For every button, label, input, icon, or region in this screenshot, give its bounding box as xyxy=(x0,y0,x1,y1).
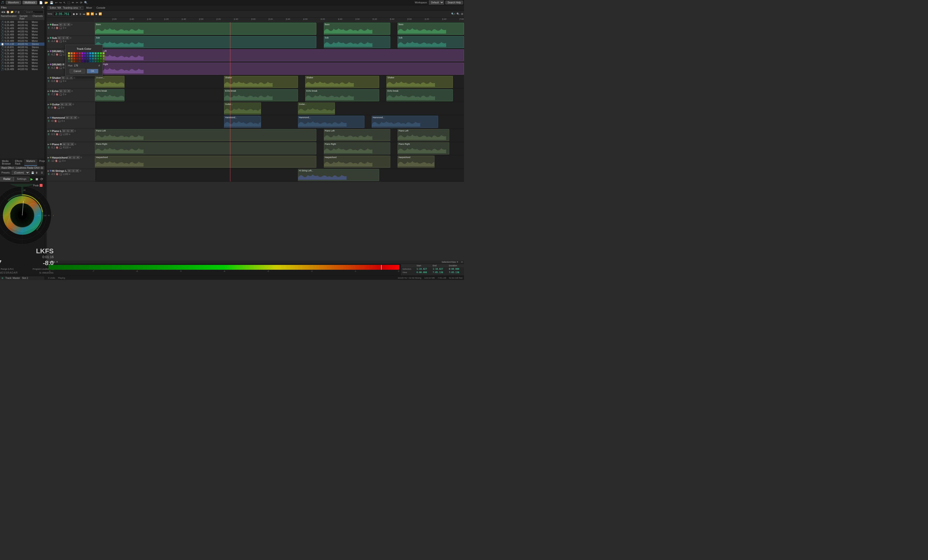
track-expand-arrow[interactable]: ▶ xyxy=(47,50,49,52)
audio-clip[interactable]: Shaker xyxy=(305,76,379,88)
track-expand-arrow[interactable]: ▶ xyxy=(47,103,49,105)
color-swatch[interactable] xyxy=(79,52,81,54)
rack-effect-power-icon[interactable]: ⏻ xyxy=(41,166,43,169)
track-more-icon[interactable]: ≡ xyxy=(65,40,66,43)
zoom-full-icon[interactable]: ⊞ xyxy=(461,12,463,15)
color-swatch[interactable] xyxy=(79,58,81,60)
track-record-button[interactable]: R xyxy=(66,36,69,40)
audio-clip[interactable]: Hammond... xyxy=(372,116,438,128)
color-swatch[interactable] xyxy=(84,58,86,60)
audio-clip[interactable]: Guitar... xyxy=(224,102,261,114)
color-swatch[interactable] xyxy=(100,52,102,54)
track-settings-icon[interactable]: ⚙ xyxy=(79,170,81,172)
track-lane-hi-strings-l[interactable]: Hi String Left... xyxy=(95,168,464,182)
save-icon[interactable]: 💾 xyxy=(49,1,54,5)
track-mute-icon2[interactable]: 🔇 xyxy=(55,160,58,162)
zoom-icon[interactable]: 🔍 xyxy=(84,1,88,5)
transport-back-icon[interactable]: ⏪ xyxy=(86,12,90,15)
track-fader-icon[interactable]: 🎚 xyxy=(47,27,50,29)
color-swatch[interactable] xyxy=(81,52,83,54)
track-more-icon[interactable]: ≡ xyxy=(69,146,71,149)
color-swatch[interactable] xyxy=(102,58,105,60)
audio-clip[interactable]: Hi String Left... xyxy=(298,169,379,181)
file-item[interactable]: 🎵 Plug one.wav 6:26.489 44100 Hz Mono xyxy=(0,64,44,68)
track-lane-shaker[interactable]: Shaker... Shaker Shaker Shaker xyxy=(95,75,464,89)
track-headphone-icon[interactable]: 🎧 xyxy=(57,106,60,109)
cancel-button[interactable]: Cancel xyxy=(70,69,85,73)
preset-save-icon[interactable]: 💾 xyxy=(31,171,34,174)
editor-tab[interactable]: Editor: MA - Teardrop.sesx ✕ xyxy=(47,6,83,10)
mixer-button[interactable]: Mixer xyxy=(85,6,93,10)
file-item[interactable]: 🎵 Hamond.wav 6:26.489 44100 Hz Mono xyxy=(0,21,44,24)
track-mute-icon2[interactable]: 🔇 xyxy=(56,80,58,82)
color-swatch[interactable] xyxy=(87,60,89,63)
transport-pause-icon[interactable]: ⏸ xyxy=(79,12,82,15)
track-more-icon[interactable]: ≡ xyxy=(64,160,66,162)
color-swatch[interactable] xyxy=(89,60,92,63)
color-swatch[interactable] xyxy=(92,58,94,60)
track-headphone-icon[interactable]: 🎧 xyxy=(59,80,62,82)
color-swatch[interactable] xyxy=(95,58,97,60)
color-swatch[interactable] xyxy=(70,52,73,54)
track-record-button[interactable]: R xyxy=(76,156,80,159)
track-fader-icon[interactable]: 🎚 xyxy=(47,40,50,43)
track-mute-icon2[interactable]: 🔇 xyxy=(56,146,58,149)
radar-tab-radar[interactable]: Radar xyxy=(0,177,14,182)
track-fader-icon[interactable]: 🎚 xyxy=(47,66,50,69)
file-item[interactable]: 🎵 Lezlie Piano Left.wav 6:26.489 44100 H… xyxy=(0,33,44,36)
color-swatch[interactable] xyxy=(70,55,73,57)
audio-clip[interactable]: Piano Left xyxy=(95,129,316,141)
track-mute-icon2[interactable]: 🔇 xyxy=(54,120,57,122)
color-swatch[interactable] xyxy=(68,60,70,63)
track-expand-arrow[interactable]: ▶ xyxy=(47,90,49,92)
file-item[interactable]: 🎵 Harpsichord.wav * 6:26.489 44100 Hz Mo… xyxy=(0,24,44,27)
transport-stop-icon[interactable]: ⏹ xyxy=(73,12,75,15)
track-solo-button[interactable]: S xyxy=(70,116,73,119)
radar-stop-icon[interactable]: ⏹ xyxy=(34,177,40,182)
track-headphone-icon[interactable]: 🎧 xyxy=(59,66,62,69)
track-mute-button[interactable]: M xyxy=(62,129,66,133)
track-mute-icon2[interactable]: 🔇 xyxy=(56,53,58,56)
tab-markers[interactable]: Markers xyxy=(24,159,37,166)
file-item[interactable]: 🎵 Mary Had a Little Lamb.wav 0:18.831 44… xyxy=(0,46,44,49)
color-swatch[interactable] xyxy=(81,58,83,60)
track-fader-icon[interactable]: 🎚 xyxy=(47,160,50,162)
track-headphone-icon[interactable]: 🎧 xyxy=(59,53,62,56)
track-record-button[interactable]: R xyxy=(67,23,70,26)
transport-play-icon[interactable]: ▶ xyxy=(76,12,78,15)
track-more-icon[interactable]: ≡ xyxy=(65,80,66,82)
open-icon[interactable]: 📂 xyxy=(44,1,49,5)
track-mute-button[interactable]: M xyxy=(61,76,65,79)
track-lane-bass[interactable]: Bass Bass Bass xyxy=(95,22,464,35)
track-lane-guitar[interactable]: Guitar... Guitar... xyxy=(95,102,464,115)
track-expand-arrow[interactable]: ▶ xyxy=(47,23,49,26)
color-swatch[interactable] xyxy=(92,60,94,63)
track-settings-icon[interactable]: ⚙ xyxy=(71,23,73,26)
track-mute-button[interactable]: M xyxy=(59,23,63,26)
track-fader-icon[interactable]: 🎚 xyxy=(47,80,50,82)
color-swatch[interactable] xyxy=(79,55,81,57)
audio-clip[interactable]: Shaker xyxy=(224,76,298,88)
color-swatch[interactable] xyxy=(84,55,86,57)
files-close-icon[interactable]: ✕ xyxy=(41,6,44,9)
color-swatch[interactable] xyxy=(84,60,86,63)
track-mute-icon2[interactable]: 🔇 xyxy=(56,93,58,96)
audio-clip[interactable]: Bass xyxy=(324,23,390,35)
select-icon[interactable]: ⬚ xyxy=(67,1,70,5)
audio-clip[interactable]: Bass xyxy=(398,23,464,35)
hue-reset-icon[interactable]: ↺ xyxy=(98,64,100,67)
color-swatch[interactable] xyxy=(68,52,70,54)
track-headphone-icon[interactable]: 🎧 xyxy=(59,133,62,136)
color-swatch[interactable] xyxy=(73,60,75,63)
transport-rewind-icon[interactable]: ⏮ xyxy=(82,12,85,15)
preset-menu-icon[interactable]: ☰ xyxy=(41,171,43,174)
track-solo-button[interactable]: S xyxy=(63,89,66,93)
track-expand-arrow[interactable]: ▶ xyxy=(47,63,49,66)
track-mute-icon2[interactable]: 🔇 xyxy=(56,27,58,29)
track-mute-icon2[interactable]: 🔇 xyxy=(53,106,56,109)
track-lane-piano-l[interactable]: Piano Left Piano Left Piano Left xyxy=(95,128,464,142)
track-fader-icon[interactable]: 🎚 xyxy=(47,53,50,56)
track-mute-icon2[interactable]: 🔇 xyxy=(56,173,58,175)
radar-loop-icon[interactable]: ⟳ xyxy=(40,177,44,182)
track-expand-arrow[interactable]: ▶ xyxy=(47,76,49,79)
